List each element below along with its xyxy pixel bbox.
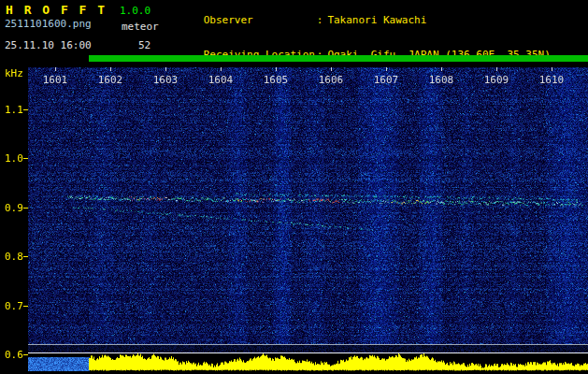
spectrogram-canvas <box>0 67 588 374</box>
time-label: 1605 <box>262 74 290 86</box>
app-version: 1.0.0 <box>120 5 151 17</box>
freq-label: 0.9 <box>5 202 23 214</box>
freq-tick <box>23 158 28 159</box>
freq-label: 1.0 <box>5 152 23 165</box>
time-label: 1606 <box>317 74 345 86</box>
freq-tick <box>23 109 28 110</box>
freq-tick <box>23 208 28 209</box>
time-label: 1602 <box>96 74 124 86</box>
time-label: 1609 <box>482 74 510 86</box>
freq-label: 0.7 <box>5 300 23 312</box>
info-colon: : <box>317 15 323 27</box>
freq-label: 0.6 <box>5 349 23 361</box>
output-filename: 2511101600.png <box>5 18 92 30</box>
time-label: 1604 <box>207 74 235 86</box>
freq-label: 0.8 <box>5 251 23 263</box>
freq-tick <box>23 354 28 355</box>
datetime-label: 25.11.10 16:00 <box>5 39 92 51</box>
freq-unit-label: kHz <box>5 67 23 79</box>
app-title: H R O F F T <box>6 3 107 17</box>
time-label: 1601 <box>41 74 69 86</box>
echo-count: 52 <box>138 39 151 51</box>
info-row-observer: Observer:Takanori Kawachi <box>166 3 551 38</box>
freq-tick <box>23 306 28 307</box>
info-label: Observer <box>204 15 317 27</box>
mode-label: meteor <box>122 21 159 33</box>
progress-bar <box>89 55 588 62</box>
time-label: 1603 <box>151 74 179 86</box>
time-label: 1607 <box>372 74 400 86</box>
info-value: Takanori Kawachi <box>327 14 426 26</box>
time-label: 1608 <box>427 74 455 86</box>
freq-label: 1.1 <box>5 104 23 116</box>
hrofft-window: H R O F F T 1.0.0 2511101600.png meteor … <box>0 0 588 374</box>
freq-tick <box>23 256 28 257</box>
time-label: 1610 <box>538 74 566 86</box>
